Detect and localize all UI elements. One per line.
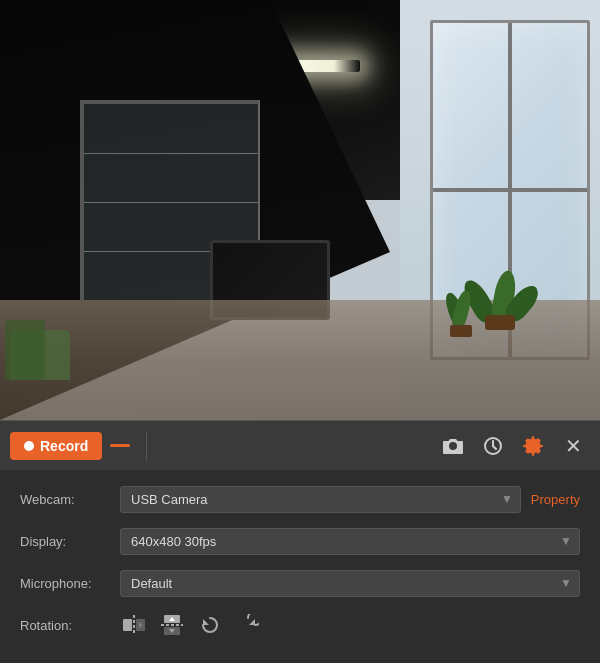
webcam-select[interactable]: USB Camera Built-in Camera xyxy=(120,486,521,513)
rotation-control xyxy=(120,611,580,639)
svg-marker-11 xyxy=(203,619,209,625)
rotation-row: Rotation: xyxy=(20,610,580,640)
settings-button[interactable] xyxy=(517,430,549,462)
rotation-buttons xyxy=(120,611,580,639)
chair-back xyxy=(5,320,45,380)
glass-line-1 xyxy=(84,153,258,154)
property-link[interactable]: Property xyxy=(531,492,580,507)
flip-horizontal-button[interactable] xyxy=(120,611,148,639)
display-control: 640x480 30fps 1280x720 30fps 1920x1080 3… xyxy=(120,528,580,555)
display-select-wrapper: 640x480 30fps 1280x720 30fps 1920x1080 3… xyxy=(120,528,580,555)
display-select[interactable]: 640x480 30fps 1280x720 30fps 1920x1080 3… xyxy=(120,528,580,555)
webcam-control: USB Camera Built-in Camera ▼ Property xyxy=(120,486,580,513)
plant-2 xyxy=(445,290,480,345)
minimize-button[interactable] xyxy=(110,444,130,447)
toolbar-divider xyxy=(146,431,147,461)
glass-line-2 xyxy=(84,202,258,203)
microphone-select-wrapper: Default Built-in Microphone USB Micropho… xyxy=(120,570,580,597)
webcam-label: Webcam: xyxy=(20,492,120,507)
display-row: Display: 640x480 30fps 1280x720 30fps 19… xyxy=(20,526,580,556)
rotation-label: Rotation: xyxy=(20,618,120,633)
webcam-row: Webcam: USB Camera Built-in Camera ▼ Pro… xyxy=(20,484,580,514)
rotate-right-button[interactable] xyxy=(234,611,262,639)
close-button[interactable]: ✕ xyxy=(557,430,590,462)
rotate-left-button[interactable] xyxy=(196,611,224,639)
timer-button[interactable] xyxy=(477,430,509,462)
microphone-control: Default Built-in Microphone USB Micropho… xyxy=(120,570,580,597)
microphone-select[interactable]: Default Built-in Microphone USB Micropho… xyxy=(120,570,580,597)
svg-marker-12 xyxy=(249,619,255,625)
webcam-select-wrapper: USB Camera Built-in Camera ▼ xyxy=(120,486,521,513)
camera-preview xyxy=(0,0,600,420)
record-dot-icon xyxy=(24,441,34,451)
display-label: Display: xyxy=(20,534,120,549)
record-label: Record xyxy=(40,438,88,454)
record-button[interactable]: Record xyxy=(10,432,102,460)
window-frame-horizontal xyxy=(433,188,587,192)
flip-vertical-button[interactable] xyxy=(158,611,186,639)
microphone-label: Microphone: xyxy=(20,576,120,591)
snapshot-button[interactable] xyxy=(437,430,469,462)
microphone-row: Microphone: Default Built-in Microphone … xyxy=(20,568,580,598)
plant xyxy=(475,270,525,340)
control-bar: Record ✕ xyxy=(0,420,600,470)
settings-panel: Webcam: USB Camera Built-in Camera ▼ Pro… xyxy=(0,470,600,663)
